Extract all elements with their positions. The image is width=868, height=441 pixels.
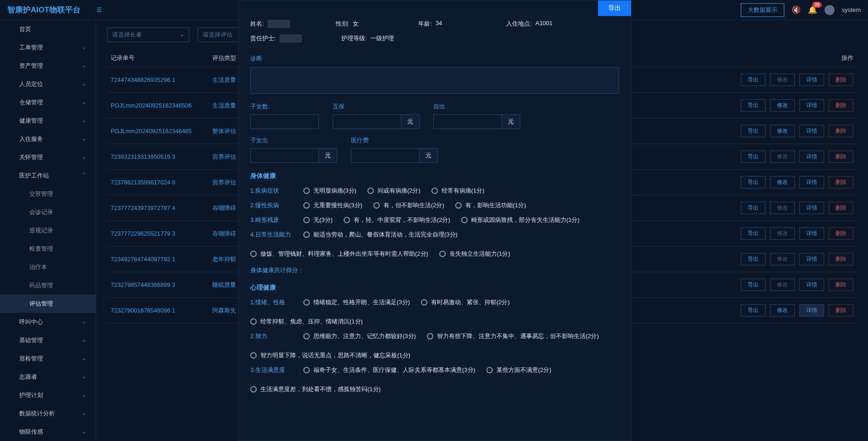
delete-button[interactable]: 删除 — [829, 74, 853, 86]
sidebar-item-13[interactable]: 护理计划 — [0, 386, 96, 404]
delete-button[interactable]: 删除 — [829, 279, 853, 291]
edit-button[interactable]: 修改 — [770, 202, 795, 214]
delete-button[interactable]: 删除 — [829, 227, 853, 240]
edit-button[interactable]: 修改 — [770, 279, 795, 291]
edit-button[interactable]: 修改 — [770, 176, 795, 188]
export-button[interactable]: 导出 — [741, 227, 766, 240]
radio-option[interactable]: 有时易激动、紧张、抑郁(2分) — [421, 298, 510, 307]
sidebar-item-10[interactable]: 基础管理 — [0, 331, 96, 350]
sidebar-item-8[interactable]: 医护工作站 — [0, 167, 96, 185]
zichu-input[interactable] — [433, 114, 502, 129]
edit-button[interactable]: 修改 — [770, 227, 795, 240]
edit-button[interactable]: 修改 — [770, 151, 795, 163]
sidebar-subitem-8-5[interactable]: 药品管理 — [0, 276, 96, 295]
radio-option[interactable]: 某些方面不满意(2分) — [486, 366, 551, 374]
wubao-input[interactable] — [333, 114, 401, 129]
sidebar-subitem-8-3[interactable]: 检查管理 — [0, 240, 96, 258]
edit-button[interactable]: 修改 — [770, 74, 795, 86]
sidebar-subitem-8-6[interactable]: 评估管理 — [0, 295, 96, 313]
sidebar-item-3[interactable]: 人员定位 — [0, 75, 96, 93]
radio-option[interactable]: 无明显病痛(3分) — [303, 187, 356, 195]
detail-button[interactable]: 详情 — [799, 304, 824, 317]
sidebar-subitem-8-1[interactable]: 会诊记录 — [0, 203, 96, 221]
sidebar-subitem-8-0[interactable]: 交班管理 — [0, 185, 96, 203]
menu-toggle-icon[interactable]: ☰ — [97, 6, 102, 13]
detail-button[interactable]: 详情 — [799, 253, 824, 265]
sidebar-item-7[interactable]: 关怀管理 — [0, 148, 96, 167]
edit-button[interactable]: 修改 — [770, 99, 795, 112]
radio-option[interactable]: 生活满意度差，到处看不惯，感孤独苦闷(1分) — [250, 385, 381, 393]
radio-option[interactable]: 智力明显下降，说话无重点，思路不清晰，健忘呆板(1分) — [250, 351, 410, 360]
sidebar-subitem-8-4[interactable]: 治疗本 — [0, 258, 96, 276]
delete-button[interactable]: 删除 — [829, 125, 853, 137]
speaker-mute-icon[interactable]: 🔇 — [792, 5, 801, 14]
sidebar-item-5[interactable]: 健康管理 — [0, 112, 96, 130]
detail-button[interactable]: 详情 — [799, 151, 824, 163]
sidebar-item-9[interactable]: 呼叫中心 — [0, 313, 96, 331]
sidebar-item-4[interactable]: 仓储管理 — [0, 93, 96, 112]
radio-option[interactable]: 畸形或因病致残，部分丧失生活能力(1分) — [461, 216, 580, 224]
radio-icon — [486, 367, 493, 373]
edit-button[interactable]: 修改 — [770, 304, 795, 317]
export-button[interactable]: 导出 — [741, 151, 766, 163]
radio-option[interactable]: 经常有病痛(1分) — [431, 187, 485, 195]
export-button[interactable]: 导出 — [741, 125, 766, 137]
radio-option[interactable]: 有，轻、中度驼背，不影响生活(2分) — [344, 216, 450, 224]
diagnosis-textarea[interactable] — [250, 67, 619, 94]
radio-option[interactable]: 丧失独立生活能力(1分) — [439, 250, 510, 258]
yiliao-input[interactable] — [351, 148, 420, 163]
sidebar-item-14[interactable]: 数据统计分析 — [0, 404, 96, 423]
sidebar-item-1[interactable]: 工单管理 — [0, 38, 96, 57]
sidebar-subitem-8-2[interactable]: 巡视记录 — [0, 221, 96, 240]
radio-option[interactable]: 有，但不影响生活(2分) — [373, 201, 444, 210]
radio-option[interactable]: 福奇子女、生活条件、医疗保健、人际关系等都基本满意(3分) — [303, 366, 475, 374]
radio-label: 有，但不影响生活(2分) — [383, 201, 444, 210]
export-button[interactable]: 导出 — [741, 253, 766, 265]
detail-button[interactable]: 详情 — [799, 74, 824, 86]
edit-button[interactable]: 修改 — [770, 125, 795, 137]
edit-button[interactable]: 修改 — [770, 253, 795, 265]
zinvchu-input[interactable] — [250, 148, 319, 163]
detail-button[interactable]: 详情 — [799, 227, 824, 240]
export-button[interactable]: 导出 — [741, 74, 766, 86]
sidebar-item-6[interactable]: 入住服务 — [0, 130, 96, 148]
detail-button[interactable]: 详情 — [799, 125, 824, 137]
radio-option[interactable]: 能适当劳动，爬山、餐假体育活动，生活完全自理(3分) — [303, 231, 458, 239]
export-button[interactable]: 导出 — [741, 279, 766, 291]
radio-option[interactable]: 无(3分) — [303, 216, 333, 224]
export-button[interactable]: 导出 — [741, 99, 766, 112]
sidebar-item-12[interactable]: 志愿者 — [0, 368, 96, 386]
radio-option[interactable]: 情绪稳定、性格开朗、生活满足(3分) — [303, 298, 410, 307]
export-button[interactable]: 导出 — [741, 202, 766, 214]
radio-option[interactable]: 经常抑郁、焦虑、压抑、情绪消沉(1分) — [250, 317, 363, 326]
delete-button[interactable]: 删除 — [829, 151, 853, 163]
detail-button[interactable]: 详情 — [799, 202, 824, 214]
radio-option[interactable]: 无重要慢性病(3分) — [303, 201, 362, 210]
radio-option[interactable]: 智力有些下降、注意力不集中、遇事易忘，但不影响生活(2分) — [427, 332, 599, 340]
notification-bell-icon[interactable]: 🔔 39 — [808, 5, 817, 14]
detail-button[interactable]: 详情 — [799, 99, 824, 112]
export-button[interactable]: 导出 — [741, 304, 766, 317]
children-count-input[interactable] — [250, 114, 319, 129]
sidebar-item-15[interactable]: 物联传感 — [0, 423, 96, 441]
detail-button[interactable]: 详情 — [799, 176, 824, 188]
sidebar-item-11[interactable]: 巡检管理 — [0, 350, 96, 368]
sidebar-item-2[interactable]: 资产管理 — [0, 57, 96, 75]
radio-option[interactable]: 间或有病痛(2分) — [367, 187, 421, 195]
radio-icon — [303, 299, 310, 306]
radio-option[interactable]: 思维能力、注意力、记忆力都较好(3分) — [303, 332, 416, 340]
detail-button[interactable]: 详情 — [799, 279, 824, 291]
radio-option[interactable]: 做饭、管理钱财、料理家务、上楼外出坐车等有时需人帮助(2分) — [250, 250, 428, 258]
export-button[interactable]: 导出 — [741, 176, 766, 188]
delete-button[interactable]: 删除 — [829, 202, 853, 214]
delete-button[interactable]: 删除 — [829, 176, 853, 188]
big-data-button[interactable]: 大数据展示 — [741, 3, 784, 17]
sidebar-item-0[interactable]: 首页 — [0, 20, 96, 38]
modal-export-button[interactable]: 导出 — [598, 0, 631, 16]
elder-select[interactable]: 请选择长者 — [107, 27, 189, 42]
delete-button[interactable]: 删除 — [829, 304, 853, 317]
delete-button[interactable]: 删除 — [829, 253, 853, 265]
delete-button[interactable]: 删除 — [829, 99, 853, 112]
radio-option[interactable]: 有，影响生活功能(1分) — [455, 201, 526, 210]
avatar[interactable] — [825, 5, 835, 15]
